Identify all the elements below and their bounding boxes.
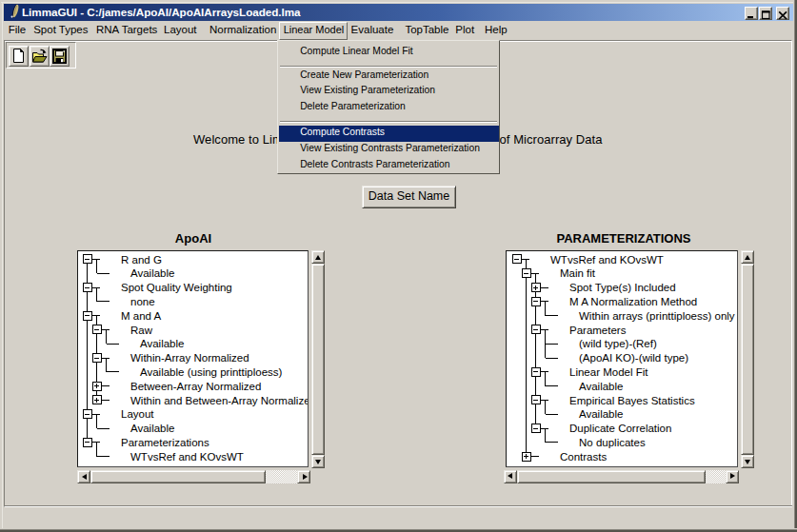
svg-text:Raw: Raw: [130, 325, 153, 336]
svg-text:M A Normalization Method: M A Normalization Method: [569, 296, 697, 307]
svg-text:Within arrays (printtiploess): Within arrays (printtiploess) only: [579, 310, 735, 322]
svg-text:Available: Available: [579, 381, 623, 392]
svg-text:(ApoAI KO)-(wild type): (ApoAI KO)-(wild type): [579, 352, 688, 364]
svg-text:Linear Model Fit: Linear Model Fit: [569, 366, 648, 378]
svg-text:Available: Available: [579, 408, 623, 420]
svg-text:Within-Array Normalized: Within-Array Normalized: [130, 352, 249, 364]
svg-text:Spot Type(s) Included: Spot Type(s) Included: [569, 282, 676, 293]
svg-text:WTvsRef and KOvsWT: WTvsRef and KOvsWT: [130, 451, 244, 463]
svg-text:Available: Available: [130, 267, 174, 279]
svg-text:No duplicates: No duplicates: [579, 437, 646, 448]
svg-text:Available: Available: [130, 423, 174, 434]
svg-text:WTvsRef and KOvsWT: WTvsRef and KOvsWT: [550, 254, 664, 266]
svg-text:Between-Array Normalized: Between-Array Normalized: [130, 381, 261, 392]
svg-text:Duplicate Correlation: Duplicate Correlation: [569, 423, 671, 434]
svg-text:Parameterizations: Parameterizations: [121, 437, 209, 448]
svg-text:none: none: [130, 296, 155, 307]
svg-text:Available: Available: [140, 338, 184, 349]
svg-text:Contrasts: Contrasts: [560, 451, 607, 463]
svg-text:(wild type)-(Ref): (wild type)-(Ref): [579, 338, 657, 349]
svg-text:Layout: Layout: [121, 408, 154, 420]
svg-text:Spot Quality Weighting: Spot Quality Weighting: [121, 282, 232, 293]
svg-text:Available (using printtiploess: Available (using printtiploess): [140, 366, 283, 378]
svg-text:Within and Between-Array Norma: Within and Between-Array Normalized: [130, 395, 308, 406]
svg-text:R and G: R and G: [121, 254, 162, 266]
svg-text:Empirical Bayes Statistics: Empirical Bayes Statistics: [569, 395, 695, 406]
svg-text:Main fit: Main fit: [560, 267, 596, 279]
svg-text:Parameters: Parameters: [569, 325, 627, 336]
svg-text:M and A: M and A: [121, 310, 162, 322]
